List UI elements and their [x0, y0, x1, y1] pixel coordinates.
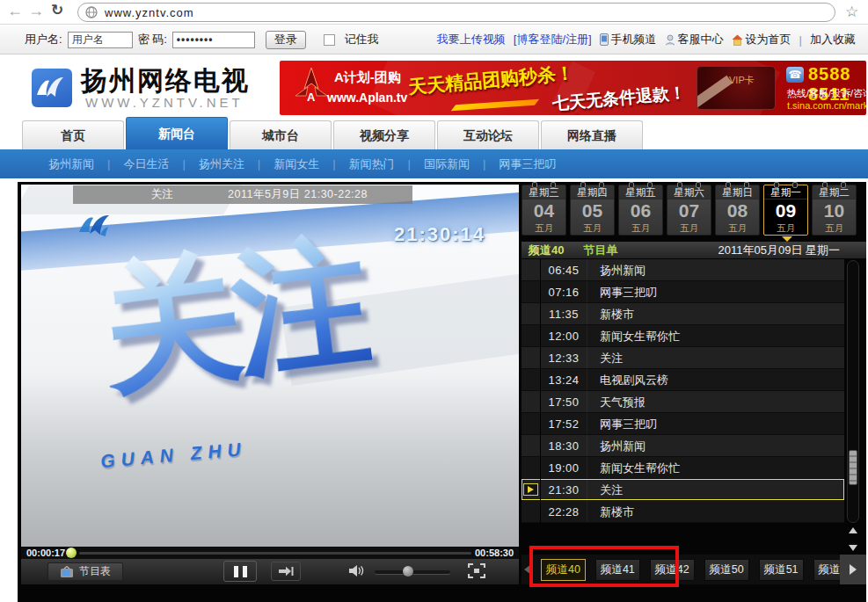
subnav-item[interactable]: 网事三把叨: [499, 156, 556, 172]
vip-card-label: VIP卡: [729, 74, 755, 87]
subnav-item[interactable]: 新闻热门: [349, 156, 395, 172]
total-time: 00:58:30: [475, 548, 514, 558]
program-name: 关注: [587, 479, 623, 500]
date-card[interactable]: 星期五06五月: [618, 185, 663, 236]
subnav-item[interactable]: 扬州关注: [199, 156, 244, 172]
username-input[interactable]: [68, 32, 133, 48]
date-card[interactable]: 星期二10五月: [812, 185, 857, 236]
date-card[interactable]: 星期一09五月: [763, 185, 808, 236]
globe-icon: [85, 6, 98, 18]
date-weekday: 星期五: [619, 185, 662, 199]
card-ring: [822, 182, 828, 188]
toolbar-link[interactable]: 客服中心: [665, 32, 724, 47]
channel-next-button[interactable]: [840, 555, 866, 584]
schedule-channel-label[interactable]: 频道40: [529, 243, 564, 258]
seek-handle[interactable]: [66, 548, 77, 558]
volume-knob[interactable]: [403, 566, 413, 577]
aplan-logo-icon: A: [292, 66, 331, 110]
program-row[interactable]: 07:16网事三把叨: [522, 281, 844, 303]
date-card[interactable]: 星期六07五月: [667, 185, 711, 236]
subnav-item[interactable]: 国际新闻: [424, 156, 470, 172]
toolbar-link[interactable]: 手机频道: [600, 32, 657, 47]
program-gutter: [522, 325, 541, 346]
program-gutter: [522, 259, 541, 280]
date-month: 五月: [619, 222, 662, 235]
date-weekday: 星期一: [764, 185, 807, 199]
main-tab[interactable]: 新闻台: [126, 117, 228, 149]
program-gutter: [522, 369, 541, 390]
program-name: 网事三把叨: [587, 281, 657, 302]
toolbar-link[interactable]: [博客登陆/注册]: [514, 32, 592, 47]
url-text[interactable]: www.yzntv.com: [105, 6, 194, 19]
main-tab[interactable]: 互动论坛: [437, 120, 539, 149]
program-list: 06:45扬州新闻07:16网事三把叨11:35新楼市12:00新闻女生帮你忙1…: [522, 259, 844, 523]
video-player[interactable]: 21:30:14 关注 GUAN ZHU 关注 2011年5月9日 21:30-…: [21, 185, 519, 547]
card-ring: [647, 182, 653, 188]
pause-button[interactable]: [223, 561, 257, 582]
scroll-down-icon[interactable]: [849, 545, 857, 551]
site-name[interactable]: 扬州网络电视: [81, 63, 250, 99]
subnav-item[interactable]: 新闻女生: [274, 156, 319, 172]
program-row[interactable]: 12:00新闻女生帮你忙: [522, 325, 844, 347]
program-gutter: [522, 457, 541, 478]
banner-ad[interactable]: A A计划-团购 www.Aplan.tv 天天精品团购秒杀！ 七天无条件退款！…: [280, 61, 866, 115]
login-button[interactable]: 登录: [266, 31, 306, 49]
scroll-up-icon[interactable]: [849, 527, 857, 533]
main-tab[interactable]: 首页: [22, 120, 124, 149]
subnav-separator: |: [408, 157, 411, 170]
password-input[interactable]: [172, 32, 255, 48]
date-card[interactable]: 星期四05五月: [570, 185, 615, 236]
fullscreen-icon[interactable]: [468, 563, 485, 578]
main-tab[interactable]: 网络直播: [541, 120, 643, 149]
channel-tab[interactable]: 频道50: [704, 559, 749, 581]
program-row[interactable]: 06:45扬州新闻: [522, 259, 844, 281]
toolbar-link[interactable]: 我要上传视频: [437, 32, 506, 47]
program-name: 天气预报: [587, 391, 646, 412]
program-row[interactable]: 17:52网事三把叨: [522, 413, 844, 435]
channel-tab[interactable]: 频道51: [759, 559, 804, 581]
program-time: 22:28: [541, 501, 587, 522]
scrollbar-thumb[interactable]: [849, 450, 857, 485]
browser-toolbar: ← → ↻ www.yzntv.com ☆: [0, 0, 868, 25]
card-ring: [551, 182, 556, 188]
program-row[interactable]: 11:35新楼市: [522, 303, 844, 325]
bookmark-star-icon[interactable]: ☆: [845, 3, 858, 21]
seek-track[interactable]: [79, 552, 471, 555]
program-row[interactable]: 21:30关注: [522, 479, 844, 501]
toolbar-link-label: 设为首页: [746, 32, 791, 47]
playlist-button-label: 节目表: [79, 564, 111, 579]
skip-live-button[interactable]: [271, 562, 301, 581]
program-row[interactable]: 12:33关注: [522, 347, 844, 369]
program-name: 扬州新闻: [587, 259, 646, 280]
links-divider: |: [799, 33, 802, 47]
date-number: 07: [667, 199, 711, 222]
playlist-button[interactable]: 节目表: [47, 562, 123, 581]
toolbar-link[interactable]: 设为首页: [732, 32, 791, 47]
date-card[interactable]: 星期日08五月: [715, 185, 760, 236]
program-gutter: [522, 435, 541, 456]
subnav-separator: |: [332, 157, 335, 170]
main-tab[interactable]: 视频分享: [333, 120, 435, 149]
forward-icon[interactable]: →: [26, 2, 46, 20]
remember-checkbox[interactable]: [324, 34, 335, 46]
toolbar-link[interactable]: 加入收藏: [810, 32, 856, 47]
subnav-item[interactable]: 今日生活: [123, 156, 169, 172]
refresh-icon[interactable]: ↻: [51, 1, 63, 19]
date-card[interactable]: 星期三04五月: [522, 185, 566, 236]
card-ring: [580, 182, 586, 188]
back-icon[interactable]: ←: [5, 2, 25, 20]
main-tab[interactable]: 城市台: [230, 120, 332, 149]
address-bar[interactable]: www.yzntv.com: [77, 3, 835, 22]
date-number: 08: [716, 199, 759, 222]
subnav-item[interactable]: 扬州新闻: [48, 156, 94, 172]
date-month: 五月: [764, 222, 807, 235]
site-logo-icon[interactable]: [32, 69, 72, 107]
program-row[interactable]: 13:24电视剧风云榜: [522, 369, 844, 391]
program-row[interactable]: 22:28新楼市: [522, 501, 844, 523]
banner-brand-url: www.Aplan.tv: [327, 91, 407, 105]
program-row[interactable]: 17:50天气预报: [522, 391, 844, 413]
date-number: 04: [522, 199, 565, 222]
program-row[interactable]: 19:00新闻女生帮你忙: [522, 457, 844, 479]
volume-icon[interactable]: [348, 564, 366, 577]
program-row[interactable]: 18:30扬州新闻: [522, 435, 844, 457]
